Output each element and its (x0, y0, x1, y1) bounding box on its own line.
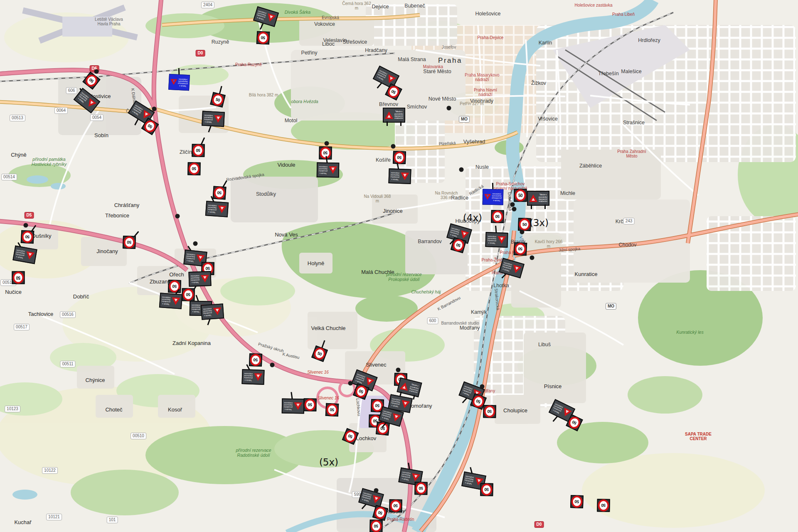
speed-limit-ring: 50 (377, 422, 389, 435)
warning-triangle-glyph (213, 307, 222, 315)
speed-limit-ring: 50 (304, 399, 316, 411)
map-label: Vršovice (538, 116, 557, 122)
sign-text: Tabule sproměnlivýmidopravnímiznačeními (502, 261, 512, 272)
warning-triangle-glyph (171, 297, 180, 305)
map-label: Kosoř (168, 407, 182, 413)
warning-triangle-glyph (529, 195, 537, 202)
speed-limit-value: 50 (571, 420, 577, 426)
sign-text: Tabule sproměnlivýmidopravnímiznačeními (177, 78, 188, 87)
map-label: Libuš (538, 342, 551, 348)
speed-limit-ring: 50 (123, 236, 135, 249)
warning-triangle-glyph (385, 111, 393, 119)
road-badge: 00517 (14, 324, 30, 330)
speed-limit-ring: 50 (519, 218, 530, 231)
sign-text: Tabule sproměnlivýmidopravnímiznačeními (207, 204, 217, 214)
speed-limit-ring: 50 (13, 272, 24, 284)
map-label: Záběhlice (579, 163, 602, 169)
speed-limit-ring: 50 (370, 520, 382, 532)
map-label: Karlín (539, 40, 552, 46)
warning-triangle-icon: Tabule sproměnlivýmidopravnímiznačeními (317, 163, 340, 178)
speed-limit-value: 50 (186, 292, 190, 297)
speed-limit-ring: 50 (451, 238, 466, 252)
map-label: Hlubočepy (455, 219, 480, 224)
sign-text-line: proměnlivými (244, 377, 253, 379)
speed-limit-ring: 50 (257, 32, 269, 44)
sign-text-line: značeními (191, 274, 200, 277)
warning-triangle-icon: Tabule sproměnlivýmidopravnímiznačeními (241, 369, 264, 385)
sign-text-line: značeními (539, 200, 547, 202)
map-label: Pražský okruh (258, 342, 284, 353)
map-label: K Barrandovu (436, 296, 461, 311)
road-badge: 101 (107, 517, 118, 523)
speed-limit-ring: 50 (484, 405, 495, 417)
speed-limit-value: 50 (308, 402, 312, 407)
map-label: Černá hora 362 m (342, 1, 372, 10)
speed-limit-value: 50 (575, 499, 579, 504)
map-label: Chýnice (86, 377, 105, 383)
road-badge: 0064 (54, 107, 68, 114)
map-label: Dobříč (73, 294, 89, 300)
map-label: Slivenec 16 (316, 396, 341, 400)
speed-limit-value: 50 (192, 166, 196, 171)
map-label: Praha-Ruzyně (229, 62, 268, 67)
sign-text-line: značeními (319, 165, 328, 168)
map-label: Zbuzany (150, 279, 170, 285)
map-canvas[interactable]: PrahaDejviceBubenečHolešoviceVokoviceVel… (0, 0, 798, 532)
map-label: Choteč (105, 407, 122, 413)
sign-text-line: dopravními (244, 374, 253, 377)
speed-limit-ring: 50 (326, 404, 338, 416)
speed-limit-value: 50 (254, 357, 258, 362)
map-label: Zadní Kopanina (172, 340, 211, 346)
speed-limit-ring: 50 (598, 499, 609, 511)
speed-limit-50-icon: 50 (325, 403, 339, 417)
sign-text-line: Tabule s (492, 199, 502, 202)
speed-limit-value: 50 (127, 240, 132, 244)
speed-limit-50-icon: 50 (256, 31, 270, 45)
map-label: Slivenec 16 (305, 370, 330, 374)
sign-text-line: značeními (492, 192, 502, 195)
sign-text: Tabule sproměnlivýmidopravnímiznačeními (244, 372, 253, 382)
speed-limit-ring: 50 (515, 190, 526, 202)
speed-limit-ring: 50 (192, 144, 204, 156)
sign-text: Tabule sproměnlivýmidopravnímiznačeními (15, 249, 25, 259)
road-badge: 00514 (1, 174, 17, 180)
map-label: Barrandovské studio (441, 321, 479, 325)
map-label: Lhotka (493, 283, 509, 289)
map-label: Kavčí hory 266 m (534, 239, 564, 249)
map-label: Rozvadovská spojka (226, 172, 264, 182)
map-label: Praha-Radotín (382, 517, 420, 522)
warning-triangle-glyph (391, 413, 401, 423)
map-label: Velká Chuchle (311, 325, 345, 331)
speed-limit-50-icon: 50 (192, 144, 205, 157)
map-label: Lochkov (356, 436, 376, 441)
map-label: přírodní rezervace Radotínské údolí (233, 448, 274, 458)
sign-text-line: dopravními (192, 306, 200, 308)
sign-text: Tabule sproměnlivýmidopravnímiznačeními (186, 253, 195, 262)
map-label: Břevnov (379, 102, 398, 108)
sign-text-line: značeními (391, 172, 399, 174)
road-badge: 00510 (131, 433, 146, 439)
map-label: přírodní památka Hostivické rybníky (29, 157, 69, 167)
warning-triangle-icon: Tabule sproměnlivýmidopravnímiznačeními (282, 399, 305, 414)
warning-triangle-glyph (411, 473, 420, 482)
warning-triangle-glyph (201, 275, 209, 283)
map-label: Praha Masarykovo nádraží (463, 73, 501, 82)
speed-limit-ring: 50 (394, 151, 405, 164)
speed-limit-value: 50 (89, 78, 95, 84)
speed-limit-50-icon: 50 (483, 405, 496, 418)
speed-limit-50-icon: 50 (12, 271, 25, 284)
speed-limit-value: 50 (215, 97, 220, 102)
warning-triangle-icon: Tabule sproměnlivýmidopravnímiznačeními (205, 201, 229, 217)
road-badge: 606 (66, 87, 77, 94)
speed-limit-ring: 50 (390, 500, 401, 512)
speed-limit-value: 50 (25, 234, 30, 239)
map-label: Dejvice (372, 4, 389, 10)
map-label: Praha (438, 57, 462, 65)
warning-triangle-icon: Tabule sproměnlivýmidopravnímiznačeními (383, 108, 405, 123)
warning-triangle-glyph (511, 265, 521, 274)
speed-limit-ring: 50 (515, 243, 526, 255)
speed-limit-value: 50 (488, 409, 492, 414)
sign-text-line: dopravními (391, 174, 399, 176)
speed-limit-ring: 50 (182, 288, 194, 300)
map-label: Michle (560, 191, 575, 197)
